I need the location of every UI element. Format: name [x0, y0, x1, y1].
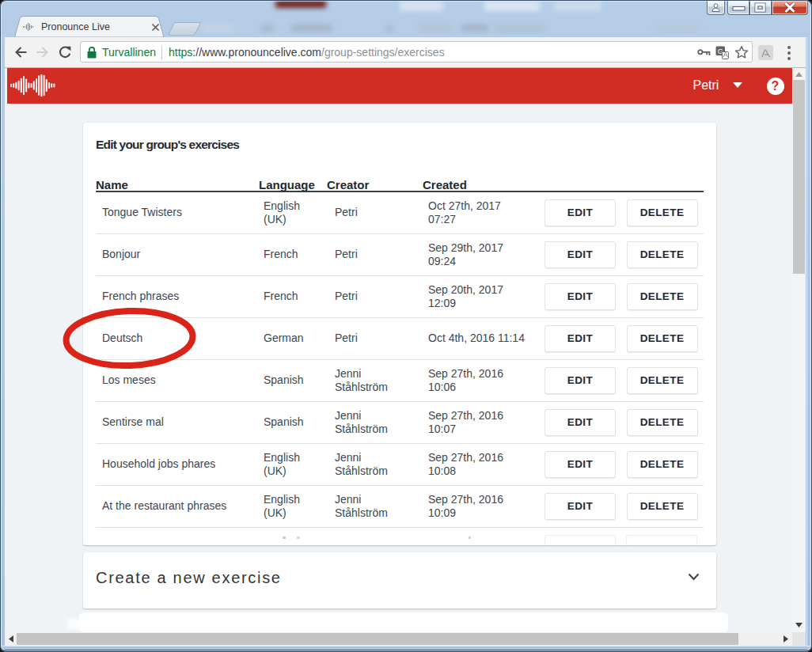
svg-text:A: A: [723, 51, 728, 59]
